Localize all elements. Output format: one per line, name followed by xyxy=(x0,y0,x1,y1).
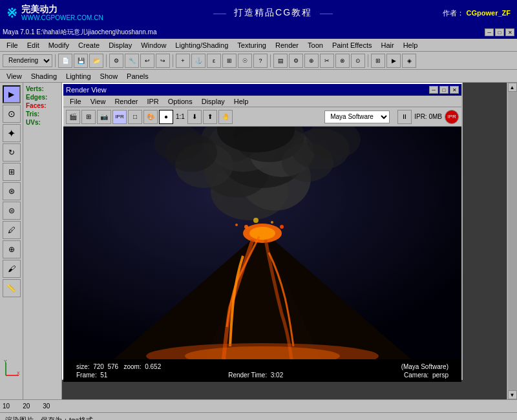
toolbar-btn-4[interactable]: ⚙ xyxy=(109,54,123,68)
svg-point-30 xyxy=(235,224,238,226)
scale-tool-btn[interactable]: ⊞ xyxy=(3,163,21,181)
measure-btn[interactable]: 📏 xyxy=(3,279,21,297)
rv-minimize-button[interactable]: ─ xyxy=(429,86,438,94)
menu-edit[interactable]: Edit xyxy=(23,41,43,50)
sec-menu-shading[interactable]: Shading xyxy=(27,72,61,81)
logo-star-icon: ※ xyxy=(6,5,17,21)
rv-menu-view[interactable]: View xyxy=(87,97,110,106)
rv-ipr-btn[interactable]: IPR xyxy=(112,110,127,124)
select-tool-btn[interactable]: ▶ xyxy=(3,85,21,103)
viewport-3d[interactable]: Render View ─ □ ✕ File View Render IPR O… xyxy=(62,83,517,399)
toolbar-btn-r6[interactable]: ⊙ xyxy=(351,54,365,68)
move-tool-btn[interactable]: ✦ xyxy=(3,124,21,142)
rv-menu-help[interactable]: Help xyxy=(230,97,253,106)
render-view-titlebar: Render View ─ □ ✕ xyxy=(63,84,461,96)
main-area: ▶ ⊙ ✦ ↻ ⊞ ⊛ ⊜ 🖊 ⊕ 🖌 📏 Verts: Edges: Face… xyxy=(0,83,517,399)
sep5 xyxy=(368,54,368,67)
lasso-tool-btn[interactable]: ⊙ xyxy=(3,105,21,123)
menu-help[interactable]: Help xyxy=(399,41,422,50)
toolbar-btn-5[interactable]: 🔧 xyxy=(125,54,139,68)
sec-menu-lighting[interactable]: Lighting xyxy=(62,72,95,81)
universal-tool-btn[interactable]: ⊛ xyxy=(3,182,21,200)
menu-render[interactable]: Render xyxy=(271,41,302,50)
top-banner: ※ 完美动力 WWW.CGPOWER.COM.CN —— 打造精品CG教程 ——… xyxy=(0,0,517,26)
render-info-row1: size: 720 576 zoom: 0.652 (Maya Software… xyxy=(76,363,448,370)
scroll-down-btn[interactable]: ▼ xyxy=(508,390,517,399)
menu-window[interactable]: Window xyxy=(137,41,170,50)
rotate-tool-btn[interactable]: ↻ xyxy=(3,143,21,162)
create-btn[interactable]: ⊕ xyxy=(3,240,21,258)
menu-toon[interactable]: Toon xyxy=(304,41,327,50)
menu-display[interactable]: Display xyxy=(105,41,136,50)
rv-render-btn[interactable]: 🎬 xyxy=(66,110,80,124)
close-button[interactable]: ✕ xyxy=(505,28,514,36)
rv-zoom-in-btn[interactable]: ⬇ xyxy=(187,110,202,124)
status-bar: 渲染图片，保存为：tga格式 xyxy=(0,412,517,420)
rv-menu-display[interactable]: Display xyxy=(198,97,229,106)
rv-menu-options[interactable]: Options xyxy=(164,97,196,106)
banner-author-area: 作者： CGpower_ZF xyxy=(443,8,511,18)
menu-paint-effects[interactable]: Paint Effects xyxy=(328,41,376,50)
minimize-button[interactable]: ─ xyxy=(485,28,494,36)
menu-file[interactable]: File xyxy=(3,41,22,50)
rv-close-button[interactable]: ✕ xyxy=(450,86,459,94)
toolbar-btn-2[interactable]: 💾 xyxy=(74,54,88,68)
rv-white-btn[interactable]: ● xyxy=(159,110,173,124)
rv-maximize-button[interactable]: □ xyxy=(439,86,448,94)
title-bar-controls[interactable]: ─ □ ✕ xyxy=(485,28,514,36)
paint-btn[interactable]: 🖌 xyxy=(3,260,21,278)
toolbar-btn-anim[interactable]: ▶ xyxy=(386,54,401,68)
toolbar-btn-snap3[interactable]: ε xyxy=(207,54,221,68)
sec-menu-show[interactable]: Show xyxy=(96,72,122,81)
size-info: size: 720 576 zoom: 0.652 xyxy=(76,363,161,370)
toolbar-btn-r1[interactable]: ▤ xyxy=(273,54,288,68)
toolbar-btn-3[interactable]: 📂 xyxy=(89,54,103,68)
sculpt-btn[interactable]: 🖊 xyxy=(3,221,21,239)
toolbar-btn-1[interactable]: 📄 xyxy=(58,54,72,68)
rv-menu-render[interactable]: Render xyxy=(111,97,142,106)
logo-text: 完美动力 WWW.CGPOWER.COM.CN xyxy=(21,4,103,23)
toolbar-btn-grid[interactable]: ⊞ xyxy=(371,54,385,68)
toolbar-btn-r4[interactable]: ✂ xyxy=(320,54,334,68)
logo-cn: 完美动力 xyxy=(21,4,103,15)
scroll-up-btn[interactable]: ▲ xyxy=(508,83,517,92)
toolbar-btn-snap5[interactable]: ☉ xyxy=(238,54,252,68)
toolbar-btn-r2[interactable]: ⚙ xyxy=(289,54,303,68)
ruler-num-30: 30 xyxy=(43,403,50,410)
rv-hand-btn[interactable]: 🤚 xyxy=(218,110,233,124)
soft-mod-btn[interactable]: ⊜ xyxy=(3,202,21,220)
rv-renderer-dropdown[interactable]: Maya Software Maya Hardware Mental Ray xyxy=(324,110,390,123)
rv-pause-btn[interactable]: ⏸ xyxy=(397,110,412,124)
toolbar-btn-misc1[interactable]: ◈ xyxy=(402,54,416,68)
volcano-scene-svg xyxy=(63,127,461,359)
rv-ipr-indicator[interactable]: IPR xyxy=(445,110,459,124)
toolbar-btn-snap6[interactable]: ? xyxy=(253,54,268,68)
rv-render-all-btn[interactable]: ⊞ xyxy=(81,110,96,124)
menu-create[interactable]: Create xyxy=(74,41,103,50)
rv-menu-ipr[interactable]: IPR xyxy=(143,97,162,106)
menu-texturing[interactable]: Texturing xyxy=(233,41,270,50)
tris-label: Tris: xyxy=(26,110,59,118)
toolbar-btn-7[interactable]: ↪ xyxy=(156,54,170,68)
ruler-num-10: 10 xyxy=(3,403,10,410)
rv-snapshot-btn[interactable]: 📷 xyxy=(97,110,111,124)
rv-menu-file[interactable]: File xyxy=(66,97,85,106)
toolbar-btn-6[interactable]: ↩ xyxy=(140,54,154,68)
toolbar-btn-r5[interactable]: ⊗ xyxy=(335,54,350,68)
menu-lighting-shading[interactable]: Lighting/Shading xyxy=(171,41,232,50)
sec-menu-view[interactable]: View xyxy=(3,72,26,81)
render-view-controls[interactable]: ─ □ ✕ xyxy=(429,86,459,94)
toolbar-btn-snap2[interactable]: ⚓ xyxy=(191,54,206,68)
toolbar-btn-r3[interactable]: ⊕ xyxy=(304,54,319,68)
toolbar-btn-snap4[interactable]: ⊞ xyxy=(222,54,237,68)
mode-dropdown[interactable]: Rendering xyxy=(3,54,52,67)
menu-modify[interactable]: Modify xyxy=(45,41,73,50)
rv-region-btn[interactable]: □ xyxy=(128,110,142,124)
menu-hair[interactable]: Hair xyxy=(377,41,397,50)
rv-ratio-label: 1:1 xyxy=(174,113,186,120)
sec-menu-panels[interactable]: Panels xyxy=(123,72,153,81)
rv-zoom-out-btn[interactable]: ⬆ xyxy=(203,110,217,124)
maximize-button[interactable]: □ xyxy=(495,28,504,36)
rv-color-btn[interactable]: 🎨 xyxy=(143,110,158,124)
toolbar-btn-snap1[interactable]: + xyxy=(176,54,190,68)
